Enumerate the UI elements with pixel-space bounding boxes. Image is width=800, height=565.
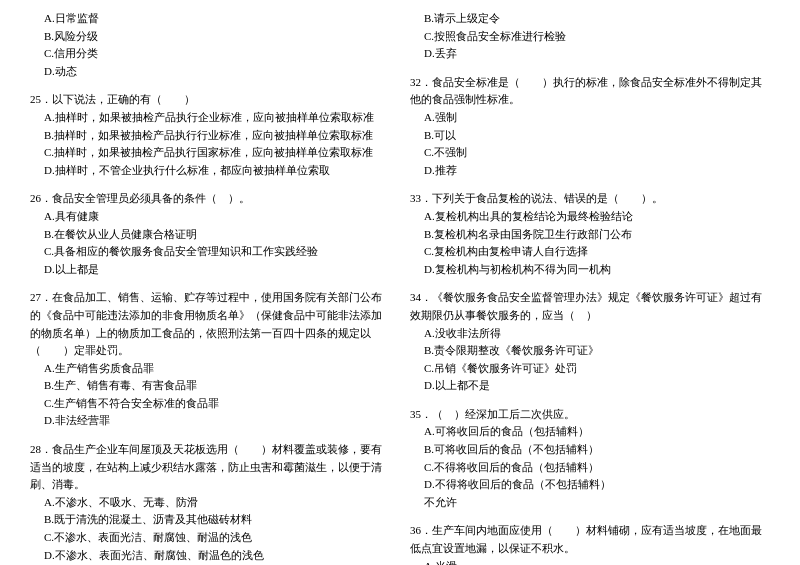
opt-d-pre-r: D.丢弃 [410, 45, 770, 63]
q32-title: 32．食品安全标准是（ ）执行的标准，除食品安全标准外不得制定其他的食品强制性标… [410, 74, 770, 109]
q33-opt-b: B.复检机构名录由国务院卫生行政部门公布 [410, 226, 770, 244]
q35-opt-a: A.可将收回后的食品（包括辅料） [410, 423, 770, 441]
q36-title: 36．生产车间内地面应使用（ ）材料铺砌，应有适当坡度，在地面最低点宜设置地漏，… [410, 522, 770, 557]
q26-title: 26．食品安全管理员必须具备的条件（ ）。 [30, 190, 390, 208]
question-35: 35．（ ）经深加工后二次供应。 A.可将收回后的食品（包括辅料） B.可将收回… [410, 406, 770, 512]
q25-opt-c: C.抽样时，如果被抽检产品执行国家标准，应向被抽样单位索取标准 [30, 144, 390, 162]
question-36: 36．生产车间内地面应使用（ ）材料铺砌，应有适当坡度，在地面最低点宜设置地漏，… [410, 522, 770, 565]
q33-opt-c: C.复检机构由复检申请人自行选择 [410, 243, 770, 261]
q33-opt-a: A.复检机构出具的复检结论为最终检验结论 [410, 208, 770, 226]
q26-opt-d: D.以上都是 [30, 261, 390, 279]
question-34: 34．《餐饮服务食品安全监督管理办法》规定《餐饮服务许可证》超过有效期限仍从事餐… [410, 289, 770, 395]
question-27: 27．在食品加工、销售、运输、贮存等过程中，使用国务院有关部门公布的《食品中可能… [30, 289, 390, 430]
question-25: 25．以下说法，正确的有（ ） A.抽样时，如果被抽检产品执行企业标准，应向被抽… [30, 91, 390, 179]
q34-opt-b: B.责令限期整改《餐饮服务许可证》 [410, 342, 770, 360]
q32-opt-a: A.强制 [410, 109, 770, 127]
question-32: 32．食品安全标准是（ ）执行的标准，除食品安全标准外不得制定其他的食品强制性标… [410, 74, 770, 180]
q28-opt-b: B.既于清洗的混凝土、沥青及其他磁砖材料 [30, 511, 390, 529]
q26-opt-c: C.具备相应的餐饮服务食品安全管理知识和工作实践经验 [30, 243, 390, 261]
q27-opt-c: C.生产销售不符合安全标准的食品罪 [30, 395, 390, 413]
q34-opt-c: C.吊销《餐饮服务许可证》处罚 [410, 360, 770, 378]
q34-opt-d: D.以上都不是 [410, 377, 770, 395]
opt-c-pre-r: C.按照食品安全标准进行检验 [410, 28, 770, 46]
q28-opt-d: D.不渗水、表面光洁、耐腐蚀、耐温色的浅色 [30, 547, 390, 565]
q27-title: 27．在食品加工、销售、运输、贮存等过程中，使用国务院有关部门公布的《食品中可能… [30, 289, 390, 359]
left-column: A.日常监督 B.风险分级 C.信用分类 D.动态 25．以下说法，正确的有（ … [30, 10, 390, 565]
q33-title: 33．下列关于食品复检的说法、错误的是（ ）。 [410, 190, 770, 208]
q27-opt-b: B.生产、销售有毒、有害食品罪 [30, 377, 390, 395]
q33-opt-d: D.复检机构与初检机构不得为同一机构 [410, 261, 770, 279]
q26-opt-a: A.具有健康 [30, 208, 390, 226]
q35-title: 35．（ ）经深加工后二次供应。 [410, 406, 770, 424]
q36-opt-a: A.光滑 [410, 558, 770, 565]
question-28: 28．食品生产企业车间屋顶及天花板选用（ ）材料覆盖或装修，要有适当的坡度，在站… [30, 441, 390, 564]
q27-opt-a: A.生产销售劣质食品罪 [30, 360, 390, 378]
q32-opt-b: B.可以 [410, 127, 770, 145]
q27-opt-d: D.非法经营罪 [30, 412, 390, 430]
q32-opt-c: C.不强制 [410, 144, 770, 162]
q35-opt-b: B.可将收回后的食品（不包括辅料） [410, 441, 770, 459]
q25-title: 25．以下说法，正确的有（ ） [30, 91, 390, 109]
option-a-pre: A.日常监督 [30, 10, 390, 28]
q35-opt-c: C.不得将收回后的食品（包括辅料） [410, 459, 770, 477]
q35-opt-e: 不允许 [410, 494, 770, 512]
option-c-pre: C.信用分类 [30, 45, 390, 63]
q26-opt-b: B.在餐饮从业人员健康合格证明 [30, 226, 390, 244]
question-26: 26．食品安全管理员必须具备的条件（ ）。 A.具有健康 B.在餐饮从业人员健康… [30, 190, 390, 278]
q25-opt-b: B.抽样时，如果被抽检产品执行行业标准，应向被抽样单位索取标准 [30, 127, 390, 145]
q28-opt-a: A.不渗水、不吸水、无毒、防滑 [30, 494, 390, 512]
q28-opt-c: C.不渗水、表面光洁、耐腐蚀、耐温的浅色 [30, 529, 390, 547]
q25-opt-a: A.抽样时，如果被抽检产品执行企业标准，应向被抽样单位索取标准 [30, 109, 390, 127]
pre-options-left: A.日常监督 B.风险分级 C.信用分类 D.动态 [30, 10, 390, 80]
pre-options-right: B.请示上级定令 C.按照食品安全标准进行检验 D.丢弃 [410, 10, 770, 63]
page-content: A.日常监督 B.风险分级 C.信用分类 D.动态 25．以下说法，正确的有（ … [30, 10, 770, 565]
q34-opt-a: A.没收非法所得 [410, 325, 770, 343]
question-33: 33．下列关于食品复检的说法、错误的是（ ）。 A.复检机构出具的复检结论为最终… [410, 190, 770, 278]
q28-title: 28．食品生产企业车间屋顶及天花板选用（ ）材料覆盖或装修，要有适当的坡度，在站… [30, 441, 390, 494]
opt-b-pre-r: B.请示上级定令 [410, 10, 770, 28]
q25-opt-d: D.抽样时，不管企业执行什么标准，都应向被抽样单位索取 [30, 162, 390, 180]
q34-title: 34．《餐饮服务食品安全监督管理办法》规定《餐饮服务许可证》超过有效期限仍从事餐… [410, 289, 770, 324]
q32-opt-d: D.推荐 [410, 162, 770, 180]
option-b-pre: B.风险分级 [30, 28, 390, 46]
q35-opt-d: D.不得将收回后的食品（不包括辅料） [410, 476, 770, 494]
right-column: B.请示上级定令 C.按照食品安全标准进行检验 D.丢弃 32．食品安全标准是（… [410, 10, 770, 565]
option-d-pre: D.动态 [30, 63, 390, 81]
